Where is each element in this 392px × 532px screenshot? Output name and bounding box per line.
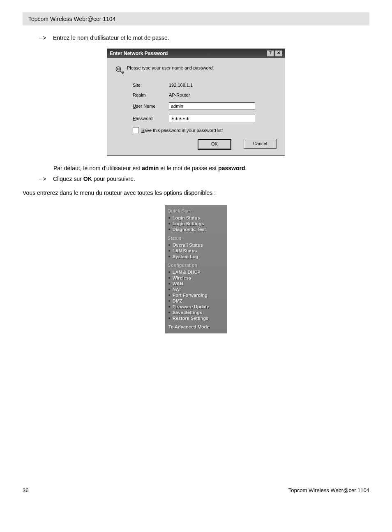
menu-item[interactable]: Login Settings xyxy=(168,221,224,227)
menu-item[interactable]: Port Forwarding xyxy=(168,292,224,298)
username-input[interactable] xyxy=(169,102,255,110)
password-input[interactable] xyxy=(169,115,255,122)
key-icon xyxy=(113,65,127,77)
dialog-titlebar: Enter Network Password ? ✕ xyxy=(107,49,285,58)
site-value: 192.168.1.1 xyxy=(169,83,193,88)
ok-button[interactable]: OK xyxy=(198,139,231,150)
instruction-2: --> Cliquez sur OK pour poursuivre. xyxy=(39,176,369,182)
menu-item[interactable]: Login Status xyxy=(168,215,224,221)
menu-item[interactable]: Wireless xyxy=(168,275,224,281)
cancel-button[interactable]: Cancel xyxy=(244,139,277,149)
dialog-title-text: Enter Network Password xyxy=(110,51,168,56)
menu-item[interactable]: Firmware Update xyxy=(168,304,224,310)
close-icon[interactable]: ✕ xyxy=(275,50,282,57)
save-password-label: Save this password in your password list xyxy=(141,128,223,133)
menu-item[interactable]: DMZ xyxy=(168,298,224,304)
menu-heading-quickstart: Quick Start xyxy=(168,208,224,213)
menu-item[interactable]: Overall Status xyxy=(168,242,224,248)
svg-point-1 xyxy=(118,68,120,70)
realm-value: AP-Router xyxy=(169,93,190,97)
menu-item[interactable]: NAT xyxy=(168,287,224,292)
defaults-text: Par défaut, le nom d'utilisateur est adm… xyxy=(53,165,369,171)
save-password-checkbox[interactable] xyxy=(133,127,139,133)
site-label: Site: xyxy=(133,83,169,88)
router-menu: Quick Start Login Status Login Settings … xyxy=(165,205,227,333)
help-icon[interactable]: ? xyxy=(267,50,274,57)
svg-point-0 xyxy=(116,67,120,71)
menu-item[interactable]: LAN & DHCP xyxy=(168,269,224,275)
menu-item[interactable]: LAN Status xyxy=(168,248,224,254)
menu-item[interactable]: Save Settings xyxy=(168,310,224,315)
password-label: Password xyxy=(133,116,169,121)
instruction-1-text: Entrez le nom d'utilisateur et le mot de… xyxy=(53,35,169,41)
menu-heading-configuration: Configuration xyxy=(168,263,224,268)
password-dialog: Enter Network Password ? ✕ Please type y… xyxy=(107,49,285,156)
menu-item[interactable]: Restore Settings xyxy=(168,315,224,321)
arrow-icon: --> xyxy=(39,35,51,41)
menu-heading-status: Status xyxy=(168,236,224,241)
menu-intro-text: Vous entrerez dans le menu du routeur av… xyxy=(23,190,369,196)
realm-label: Realm xyxy=(133,93,169,97)
footer-product: Topcom Wireless Webr@cer 1104 xyxy=(288,487,369,493)
menu-item[interactable]: System Log xyxy=(168,254,224,259)
menu-advanced-mode[interactable]: To Advanced Mode xyxy=(168,324,224,329)
page-header: Topcom Wireless Webr@cer 1104 xyxy=(23,12,369,25)
instruction-1: --> Entrez le nom d'utilisateur et le mo… xyxy=(39,35,369,41)
menu-item[interactable]: Diagnostic Test xyxy=(168,227,224,232)
page-number: 36 xyxy=(23,487,28,493)
page-footer: 36 Topcom Wireless Webr@cer 1104 xyxy=(23,487,369,493)
arrow-icon: --> xyxy=(39,176,51,182)
dialog-prompt: Please type your user name and password. xyxy=(127,65,214,70)
username-label: User Name xyxy=(133,104,169,109)
menu-item[interactable]: WAN xyxy=(168,281,224,287)
